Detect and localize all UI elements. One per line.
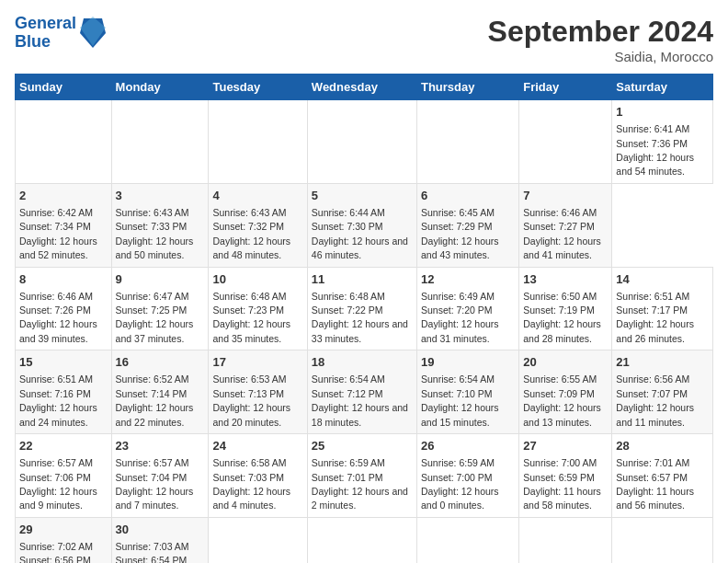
calendar-cell: 11Sunrise: 6:48 AMSunset: 7:22 PMDayligh…: [307, 267, 416, 350]
day-number: 5: [312, 188, 413, 204]
day-info: Sunrise: 7:03 AMSunset: 6:54 PMDaylight:…: [116, 541, 194, 563]
calendar-cell: 9Sunrise: 6:47 AMSunset: 7:25 PMDaylight…: [111, 267, 209, 350]
day-number: 17: [212, 354, 302, 371]
calendar-header-row: SundayMondayTuesdayWednesdayThursdayFrid…: [16, 75, 713, 100]
calendar-week-row: 22Sunrise: 6:57 AMSunset: 7:06 PMDayligh…: [16, 434, 713, 518]
empty-cell: [519, 517, 612, 563]
day-number: 3: [116, 188, 205, 204]
calendar-cell: 2Sunrise: 6:42 AMSunset: 7:34 PMDaylight…: [16, 183, 112, 267]
day-info: Sunrise: 6:54 AMSunset: 7:12 PMDaylight:…: [312, 373, 408, 427]
day-info: Sunrise: 6:44 AMSunset: 7:30 PMDaylight:…: [312, 207, 408, 260]
calendar-cell: 28Sunrise: 7:01 AMSunset: 6:57 PMDayligh…: [612, 434, 713, 518]
calendar-cell: 18Sunrise: 6:54 AMSunset: 7:12 PMDayligh…: [307, 350, 416, 434]
day-number: 4: [212, 188, 302, 204]
day-info: Sunrise: 6:51 AMSunset: 7:16 PMDaylight:…: [19, 373, 97, 427]
calendar-cell: 12Sunrise: 6:49 AMSunset: 7:20 PMDayligh…: [416, 267, 518, 350]
calendar-cell: 5Sunrise: 6:44 AMSunset: 7:30 PMDaylight…: [307, 183, 416, 267]
header-day-friday: Friday: [519, 75, 612, 100]
day-info: Sunrise: 6:56 AMSunset: 7:07 PMDaylight:…: [616, 373, 694, 427]
day-number: 26: [421, 438, 515, 454]
day-info: Sunrise: 6:43 AMSunset: 7:33 PMDaylight:…: [116, 207, 194, 260]
day-number: 23: [116, 438, 205, 454]
calendar-week-row: 15Sunrise: 6:51 AMSunset: 7:16 PMDayligh…: [16, 350, 713, 434]
day-info: Sunrise: 6:48 AMSunset: 7:22 PMDaylight:…: [312, 291, 408, 344]
calendar-week-row: 1Sunrise: 6:41 AMSunset: 7:36 PMDaylight…: [16, 100, 713, 184]
day-info: Sunrise: 6:49 AMSunset: 7:20 PMDaylight:…: [421, 291, 499, 344]
logo-text-general: General: [15, 14, 76, 32]
day-info: Sunrise: 6:48 AMSunset: 7:23 PMDaylight:…: [212, 291, 290, 344]
logo-text-blue: Blue: [15, 33, 76, 52]
day-info: Sunrise: 6:57 AMSunset: 7:04 PMDaylight:…: [116, 457, 194, 511]
calendar-cell: 16Sunrise: 6:52 AMSunset: 7:14 PMDayligh…: [111, 350, 209, 434]
day-info: Sunrise: 7:00 AMSunset: 6:59 PMDaylight:…: [523, 457, 601, 511]
calendar-cell: 25Sunrise: 6:59 AMSunset: 7:01 PMDayligh…: [307, 434, 416, 518]
empty-cell: [307, 517, 416, 563]
calendar-cell: 26Sunrise: 6:59 AMSunset: 7:00 PMDayligh…: [416, 434, 518, 518]
day-info: Sunrise: 6:58 AMSunset: 7:03 PMDaylight:…: [212, 457, 290, 511]
day-number: 19: [421, 354, 515, 371]
header-day-thursday: Thursday: [416, 75, 518, 100]
day-number: 24: [212, 438, 302, 454]
day-number: 7: [523, 188, 608, 204]
day-info: Sunrise: 6:51 AMSunset: 7:17 PMDaylight:…: [616, 291, 694, 344]
calendar-cell: 7Sunrise: 6:46 AMSunset: 7:27 PMDaylight…: [519, 183, 612, 267]
empty-cell: [612, 517, 713, 563]
day-info: Sunrise: 7:02 AMSunset: 6:56 PMDaylight:…: [19, 541, 97, 563]
main-title: September 2024: [488, 15, 713, 49]
calendar-table: SundayMondayTuesdayWednesdayThursdayFrid…: [15, 74, 713, 563]
calendar-week-row: 8Sunrise: 6:46 AMSunset: 7:26 PMDaylight…: [16, 267, 713, 350]
day-number: 29: [19, 522, 108, 538]
day-number: 11: [312, 271, 413, 288]
calendar-cell: 29Sunrise: 7:02 AMSunset: 6:56 PMDayligh…: [16, 517, 112, 563]
day-number: 12: [421, 271, 515, 288]
day-number: 30: [116, 522, 205, 538]
empty-cell: [111, 100, 209, 184]
day-number: 6: [421, 188, 515, 204]
day-number: 1: [616, 104, 709, 121]
calendar-week-row: 2Sunrise: 6:42 AMSunset: 7:34 PMDaylight…: [16, 183, 713, 267]
calendar-cell: 19Sunrise: 6:54 AMSunset: 7:10 PMDayligh…: [416, 350, 518, 434]
day-number: 10: [212, 271, 302, 288]
calendar-cell: 1Sunrise: 6:41 AMSunset: 7:36 PMDaylight…: [612, 100, 713, 184]
calendar-cell: 4Sunrise: 6:43 AMSunset: 7:32 PMDaylight…: [209, 183, 307, 267]
day-info: Sunrise: 6:52 AMSunset: 7:14 PMDaylight:…: [116, 373, 194, 427]
header-day-wednesday: Wednesday: [307, 75, 416, 100]
day-number: 18: [312, 354, 413, 371]
calendar-cell: 6Sunrise: 6:45 AMSunset: 7:29 PMDaylight…: [416, 183, 518, 267]
calendar-cell: 22Sunrise: 6:57 AMSunset: 7:06 PMDayligh…: [16, 434, 112, 518]
day-info: Sunrise: 6:47 AMSunset: 7:25 PMDaylight:…: [116, 291, 194, 344]
calendar-cell: 8Sunrise: 6:46 AMSunset: 7:26 PMDaylight…: [16, 267, 112, 350]
day-info: Sunrise: 7:01 AMSunset: 6:57 PMDaylight:…: [616, 457, 694, 511]
day-number: 21: [616, 354, 709, 371]
empty-cell: [519, 100, 612, 184]
header-day-saturday: Saturday: [612, 75, 713, 100]
day-number: 14: [616, 271, 709, 288]
day-number: 28: [616, 438, 709, 454]
calendar-cell: 24Sunrise: 6:58 AMSunset: 7:03 PMDayligh…: [209, 434, 307, 518]
day-number: 9: [116, 271, 205, 288]
day-number: 16: [116, 354, 205, 371]
day-number: 27: [523, 438, 608, 454]
day-info: Sunrise: 6:45 AMSunset: 7:29 PMDaylight:…: [421, 207, 499, 260]
calendar-cell: 23Sunrise: 6:57 AMSunset: 7:04 PMDayligh…: [111, 434, 209, 518]
calendar-cell: 20Sunrise: 6:55 AMSunset: 7:09 PMDayligh…: [519, 350, 612, 434]
day-info: Sunrise: 6:55 AMSunset: 7:09 PMDaylight:…: [523, 373, 601, 427]
calendar-cell: 13Sunrise: 6:50 AMSunset: 7:19 PMDayligh…: [519, 267, 612, 350]
day-number: 15: [19, 354, 108, 371]
day-info: Sunrise: 6:41 AMSunset: 7:36 PMDaylight:…: [616, 123, 694, 177]
day-info: Sunrise: 6:46 AMSunset: 7:27 PMDaylight:…: [523, 207, 601, 260]
day-number: 25: [312, 438, 413, 454]
title-block: September 2024 Saidia, Morocco: [488, 15, 713, 64]
page-header: General Blue September 2024 Saidia, Moro…: [15, 15, 713, 64]
calendar-cell: 21Sunrise: 6:56 AMSunset: 7:07 PMDayligh…: [612, 350, 713, 434]
empty-cell: [416, 100, 518, 184]
empty-cell: [307, 100, 416, 184]
calendar-cell: 10Sunrise: 6:48 AMSunset: 7:23 PMDayligh…: [209, 267, 307, 350]
header-day-tuesday: Tuesday: [209, 75, 307, 100]
empty-cell: [16, 100, 112, 184]
logo-icon: [80, 15, 106, 52]
day-info: Sunrise: 6:42 AMSunset: 7:34 PMDaylight:…: [19, 207, 97, 260]
day-number: 13: [523, 271, 608, 288]
day-info: Sunrise: 6:46 AMSunset: 7:26 PMDaylight:…: [19, 291, 97, 344]
header-day-monday: Monday: [111, 75, 209, 100]
